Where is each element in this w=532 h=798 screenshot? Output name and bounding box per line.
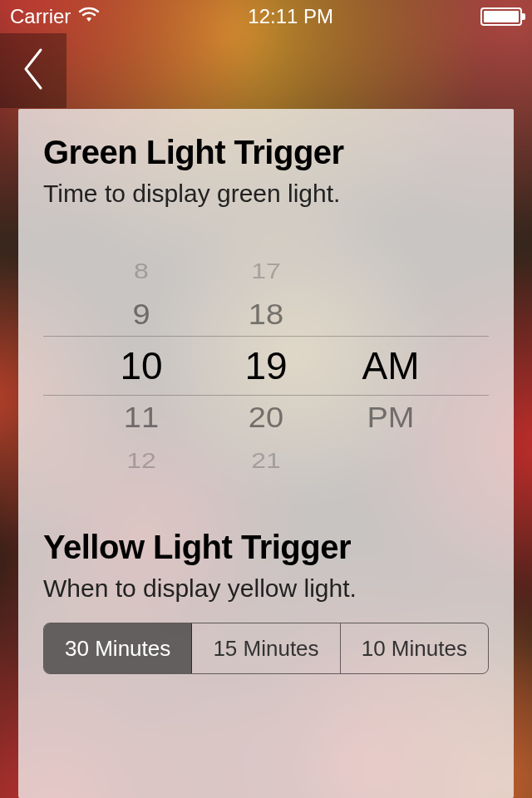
segment-10min[interactable]: 10 Minutes <box>341 623 488 673</box>
yellow-segmented-control[interactable]: 30 Minutes 15 Minutes 10 Minutes <box>43 623 489 674</box>
green-trigger-subtitle: Time to display green light. <box>43 180 489 208</box>
segment-30min[interactable]: 30 Minutes <box>44 623 192 673</box>
picker-hour[interactable]: 12 <box>79 448 204 473</box>
picker-ampm[interactable]: PM <box>328 401 453 434</box>
picker-minute[interactable]: 21 <box>204 448 328 473</box>
picker-ampm-selected[interactable]: AM <box>328 343 453 388</box>
picker-hour[interactable]: 8 <box>79 259 204 283</box>
back-button[interactable] <box>0 33 66 108</box>
segment-15min[interactable]: 15 Minutes <box>192 623 340 673</box>
picker-hour[interactable]: 11 <box>79 401 204 434</box>
battery-icon <box>480 7 522 26</box>
yellow-trigger-subtitle: When to display yellow light. <box>43 574 489 603</box>
time-picker[interactable]: 8 17 9 18 10 19 AM 11 20 PM 12 21 <box>43 249 489 482</box>
picker-minute[interactable]: 18 <box>204 298 328 331</box>
picker-hour[interactable]: 9 <box>79 298 204 331</box>
wifi-icon <box>77 5 101 28</box>
green-trigger-title: Green Light Trigger <box>43 134 489 171</box>
picker-hour-selected[interactable]: 10 <box>79 343 204 388</box>
yellow-trigger-title: Yellow Light Trigger <box>43 529 489 566</box>
picker-minute[interactable]: 17 <box>204 259 328 283</box>
picker-minute-selected[interactable]: 19 <box>204 343 328 388</box>
status-bar: Carrier 12:11 PM <box>0 0 532 33</box>
settings-card: Green Light Trigger Time to display gree… <box>18 109 514 798</box>
chevron-left-icon <box>19 47 47 95</box>
carrier-label: Carrier <box>10 5 71 28</box>
status-time: 12:11 PM <box>248 5 333 28</box>
picker-minute[interactable]: 20 <box>204 401 328 434</box>
